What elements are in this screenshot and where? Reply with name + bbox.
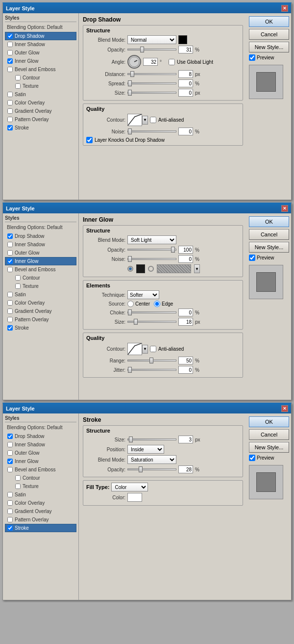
blend-mode-select-1[interactable]: Normal (127, 35, 176, 44)
style-inner-shadow-3[interactable]: Inner Shadow (5, 440, 76, 449)
contour-button-1[interactable]: ▼ (127, 114, 148, 126)
style-stroke-2[interactable]: Stroke (5, 324, 76, 332)
noise-slider-1[interactable] (127, 130, 176, 132)
opacity-slider-2[interactable] (127, 249, 176, 251)
angle-input-1[interactable] (143, 58, 158, 66)
style-inner-shadow-1[interactable]: Inner Shadow (5, 40, 76, 49)
noise-slider-2[interactable] (127, 258, 176, 260)
close-button-2[interactable]: ✕ (281, 205, 288, 212)
style-satin-3[interactable]: Satin (5, 490, 76, 499)
style-pattern-overlay-1[interactable]: Pattern Overlay (5, 115, 76, 124)
style-drop-shadow-3[interactable]: Drop Shadow (5, 432, 76, 440)
style-contour-2[interactable]: Contour (5, 274, 76, 282)
blend-color-swatch-1[interactable] (178, 35, 187, 44)
new-style-button-2[interactable]: New Style... (249, 242, 289, 253)
color-black-swatch[interactable] (136, 264, 145, 273)
checkbox-texture-2[interactable] (15, 283, 21, 289)
checkbox-color-overlay-3[interactable] (7, 500, 13, 506)
jitter-input-2[interactable] (178, 366, 193, 374)
size-slider-1[interactable] (127, 92, 176, 94)
checkbox-bevel-emboss-2[interactable] (7, 267, 13, 272)
color-gradient-swatch[interactable] (157, 264, 191, 273)
preview-checkbox-1[interactable] (249, 54, 255, 61)
style-gradient-overlay-3[interactable]: Gradient Overlay (5, 507, 76, 515)
style-texture-3[interactable]: Texture (5, 482, 76, 490)
checkbox-drop-shadow-1[interactable] (7, 33, 13, 39)
contour-button-2[interactable]: ▼ (127, 343, 148, 355)
global-light-checkbox-1[interactable] (169, 59, 175, 65)
close-button-3[interactable]: ✕ (281, 405, 288, 412)
color-radio-2[interactable] (148, 266, 154, 272)
layer-knocks-checkbox-1[interactable] (86, 137, 93, 143)
fill-color-swatch-3[interactable] (127, 493, 142, 502)
style-gradient-overlay-1[interactable]: Gradient Overlay (5, 107, 76, 115)
style-texture-1[interactable]: Texture (5, 82, 76, 90)
checkbox-stroke-3[interactable] (7, 525, 13, 531)
checkbox-satin-3[interactable] (7, 492, 13, 497)
checkbox-gradient-overlay-3[interactable] (7, 509, 13, 514)
ok-button-1[interactable]: OK (249, 16, 289, 27)
checkbox-inner-shadow-2[interactable] (7, 242, 13, 247)
checkbox-pattern-overlay-2[interactable] (7, 317, 13, 322)
checkbox-inner-glow-1[interactable] (7, 58, 13, 64)
checkbox-stroke-1[interactable] (7, 125, 13, 130)
opacity-input-2[interactable] (178, 246, 193, 254)
checkbox-contour-1[interactable] (15, 75, 21, 80)
checkbox-color-overlay-1[interactable] (7, 100, 13, 105)
style-drop-shadow-1[interactable]: Drop Shadow (5, 32, 76, 40)
noise-input-1[interactable] (178, 128, 193, 135)
style-stroke-1[interactable]: Stroke (5, 124, 76, 132)
checkbox-contour-2[interactable] (15, 275, 21, 281)
ok-button-3[interactable]: OK (249, 416, 289, 427)
preview-checkbox-2[interactable] (249, 255, 255, 261)
style-bevel-emboss-1[interactable]: Bevel and Emboss (5, 65, 76, 74)
spread-slider-1[interactable] (127, 82, 176, 84)
style-inner-glow-2[interactable]: Inner Glow (5, 257, 76, 265)
source-edge-radio-2[interactable] (154, 301, 160, 307)
style-inner-shadow-2[interactable]: Inner Shadow (5, 240, 76, 249)
position-select-3[interactable]: Inside (127, 445, 164, 454)
spread-input-1[interactable] (178, 79, 193, 87)
checkbox-drop-shadow-3[interactable] (7, 434, 13, 439)
blend-mode-select-3[interactable]: Saturation (127, 455, 176, 464)
source-center-radio-2[interactable] (127, 301, 134, 307)
new-style-button-1[interactable]: New Style... (249, 42, 289, 52)
style-color-overlay-2[interactable]: Color Overlay (5, 299, 76, 307)
style-contour-3[interactable]: Contour (5, 474, 76, 482)
style-stroke-3[interactable]: Stroke (5, 524, 76, 532)
anti-aliased-checkbox-2[interactable] (150, 346, 156, 352)
opacity-slider-1[interactable] (127, 49, 176, 51)
checkbox-outer-glow-3[interactable] (7, 450, 13, 456)
style-contour-1[interactable]: Contour (5, 74, 76, 82)
anti-aliased-checkbox-1[interactable] (150, 117, 156, 123)
range-slider-2[interactable] (127, 360, 176, 361)
style-inner-glow-3[interactable]: Inner Glow (5, 457, 76, 465)
checkbox-inner-shadow-1[interactable] (7, 42, 13, 47)
distance-input-1[interactable] (178, 70, 193, 78)
contour-dropdown-1[interactable]: ▼ (142, 116, 148, 125)
blend-mode-select-2[interactable]: Soft Light (127, 235, 176, 244)
checkbox-bevel-emboss-1[interactable] (7, 67, 13, 72)
style-gradient-overlay-2[interactable]: Gradient Overlay (5, 307, 76, 315)
new-style-button-3[interactable]: New Style... (249, 442, 289, 453)
size-input-1[interactable] (178, 89, 193, 97)
color-radio-1[interactable] (127, 266, 133, 272)
technique-select-2[interactable]: Softer (127, 290, 159, 299)
checkbox-satin-2[interactable] (7, 292, 13, 297)
range-input-2[interactable] (178, 357, 193, 364)
style-color-overlay-3[interactable]: Color Overlay (5, 499, 76, 507)
style-color-overlay-1[interactable]: Color Overlay (5, 99, 76, 107)
style-bevel-emboss-3[interactable]: Bevel and Emboss (5, 465, 76, 474)
checkbox-gradient-overlay-2[interactable] (7, 309, 13, 314)
checkbox-outer-glow-2[interactable] (7, 250, 13, 256)
jitter-slider-2[interactable] (127, 369, 176, 371)
contour-dropdown-2[interactable]: ▼ (142, 345, 148, 354)
close-button-1[interactable]: ✕ (281, 5, 288, 12)
style-inner-glow-1[interactable]: Inner Glow (5, 57, 76, 65)
angle-dial-1[interactable] (127, 55, 141, 69)
checkbox-inner-shadow-3[interactable] (7, 442, 13, 447)
checkbox-bevel-emboss-3[interactable] (7, 467, 13, 472)
size-input-2[interactable] (178, 318, 193, 326)
opacity-input-1[interactable] (178, 46, 193, 53)
checkbox-contour-3[interactable] (15, 475, 21, 481)
